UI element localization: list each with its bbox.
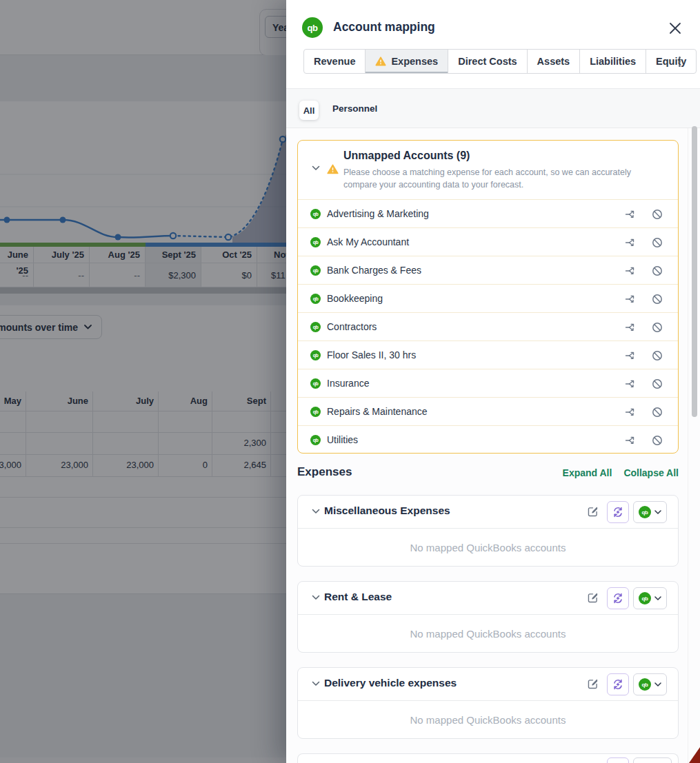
map-account-icon[interactable] (625, 237, 636, 248)
quickbooks-icon: qb (310, 265, 321, 276)
exclude-account-icon[interactable] (652, 237, 663, 248)
subtab-all[interactable]: All (299, 101, 319, 120)
quickbooks-icon: qb (310, 237, 321, 247)
quickbooks-account-dropdown[interactable] (633, 757, 672, 763)
account-name: Bank Charges & Fees (327, 265, 421, 276)
expense-card-header: Miscellaneous Expenses qb (298, 496, 678, 529)
account-name: Bookkeeping (327, 293, 383, 304)
quickbooks-icon: qb (639, 678, 651, 691)
tab-assets[interactable]: Assets (528, 50, 581, 73)
edit-icon[interactable] (587, 506, 599, 518)
unmapped-title: Unmapped Accounts (9) (343, 150, 470, 162)
subtab-personnel[interactable]: Personnel (332, 103, 377, 114)
expense-card: Delivery vehicle expenses qb No mapped Q… (297, 667, 679, 739)
category-tabs: Revenue Expenses Direct Costs Assets Lia… (303, 49, 697, 74)
expense-card-title: Delivery vehicle expenses (324, 677, 457, 689)
exclude-account-icon[interactable] (652, 378, 663, 389)
chevron-down-icon[interactable] (312, 165, 320, 171)
sync-button[interactable] (607, 587, 629, 609)
kebab-menu-icon[interactable] (673, 53, 686, 70)
unmapped-account-row[interactable]: qb Floor Sales II, 30 hrs (298, 340, 678, 369)
account-name: Ask My Accountant (327, 236, 409, 247)
tab-expenses[interactable]: Expenses (366, 50, 448, 73)
tab-direct-costs[interactable]: Direct Costs (448, 50, 527, 73)
quickbooks-icon: qb (310, 435, 321, 445)
chevron-down-icon[interactable] (312, 509, 320, 514)
unmapped-account-row[interactable]: qb Utilities (298, 425, 678, 454)
exclude-account-icon[interactable] (652, 209, 663, 220)
map-account-icon[interactable] (625, 407, 636, 418)
panel-title: Account mapping (333, 20, 435, 34)
quickbooks-account-dropdown[interactable]: qb (633, 673, 667, 695)
tab-equity[interactable]: Equity (646, 50, 696, 73)
unmapped-account-row[interactable]: qb Bank Charges & Fees (298, 256, 678, 285)
warning-icon (375, 57, 386, 66)
sync-icon (612, 506, 624, 518)
sync-button[interactable] (607, 501, 629, 523)
panel-scrollbar-thumb[interactable] (692, 126, 697, 417)
quickbooks-logo-icon: qb (302, 17, 323, 38)
expense-card-partial (297, 753, 679, 763)
chevron-down-icon (654, 596, 661, 601)
exclude-account-icon[interactable] (652, 265, 663, 276)
sync-button[interactable] (607, 757, 629, 763)
exclude-account-icon[interactable] (652, 435, 663, 446)
chevron-down-icon[interactable] (312, 681, 320, 686)
account-name: Contractors (327, 321, 377, 332)
account-name: Insurance (327, 378, 369, 389)
tab-revenue[interactable]: Revenue (304, 50, 366, 73)
unmapped-account-row[interactable]: qb Repairs & Maintenance (298, 397, 678, 426)
unmapped-account-row[interactable]: qb Insurance (298, 369, 678, 398)
warning-icon (327, 164, 339, 174)
tab-liabilities[interactable]: Liabilities (580, 50, 646, 73)
account-name: Repairs & Maintenance (327, 406, 428, 417)
expense-card: Miscellaneous Expenses qb No mapped Quic… (297, 495, 679, 567)
sync-icon (612, 592, 624, 604)
exclude-account-icon[interactable] (652, 294, 663, 305)
account-name: Advertising & Marketing (327, 208, 429, 219)
expense-card-title: Rent & Lease (324, 591, 392, 603)
map-account-icon[interactable] (625, 209, 636, 220)
map-account-icon[interactable] (625, 265, 636, 276)
exclude-account-icon[interactable] (652, 322, 663, 333)
app-screen: Yea June '25 July '25 (0, 0, 700, 763)
collapse-all-link[interactable]: Collapse All (623, 467, 679, 478)
exclude-account-icon[interactable] (652, 350, 663, 361)
map-account-icon[interactable] (625, 350, 636, 361)
quickbooks-icon: qb (639, 592, 651, 604)
expense-card-header: Rent & Lease qb (298, 582, 678, 615)
close-icon (669, 22, 681, 34)
chevron-down-icon (654, 510, 661, 515)
quickbooks-icon: qb (310, 350, 321, 360)
quickbooks-icon: qb (310, 322, 321, 332)
empty-state-text: No mapped QuickBooks accounts (298, 701, 678, 739)
unmapped-account-row[interactable]: qb Contractors (298, 312, 678, 341)
sync-button[interactable] (607, 673, 629, 695)
unmapped-account-row[interactable]: qb Bookkeeping (298, 284, 678, 313)
quickbooks-icon: qb (310, 407, 321, 417)
map-account-icon[interactable] (625, 294, 636, 305)
subtab-bar: All Personnel (286, 89, 700, 128)
expense-card-header: Delivery vehicle expenses qb (298, 668, 678, 701)
panel-scroll-area: Unmapped Accounts (9) Please choose a ma… (286, 128, 700, 763)
close-button[interactable] (666, 19, 684, 37)
expense-card-title: Miscellaneous Expenses (324, 505, 450, 517)
sync-icon (612, 678, 624, 691)
map-account-icon[interactable] (625, 322, 636, 333)
map-account-icon[interactable] (625, 435, 636, 446)
unmapped-account-row[interactable]: qb Advertising & Marketing (298, 199, 678, 228)
quickbooks-icon: qb (310, 294, 321, 304)
unmapped-account-row[interactable]: qb Ask My Accountant (298, 227, 678, 256)
quickbooks-account-dropdown[interactable]: qb (633, 587, 667, 609)
account-name: Floor Sales II, 30 hrs (327, 349, 416, 360)
expense-card: Rent & Lease qb No mapped QuickBooks acc… (297, 581, 679, 653)
scrollbar-gutter-line (688, 128, 688, 763)
quickbooks-account-dropdown[interactable]: qb (633, 501, 667, 523)
exclude-account-icon[interactable] (652, 407, 663, 418)
chevron-down-icon[interactable] (312, 595, 320, 600)
map-account-icon[interactable] (625, 378, 636, 389)
empty-state-text: No mapped QuickBooks accounts (298, 529, 678, 567)
edit-icon[interactable] (587, 678, 599, 690)
expand-all-link[interactable]: Expand All (563, 467, 612, 478)
edit-icon[interactable] (587, 592, 599, 604)
